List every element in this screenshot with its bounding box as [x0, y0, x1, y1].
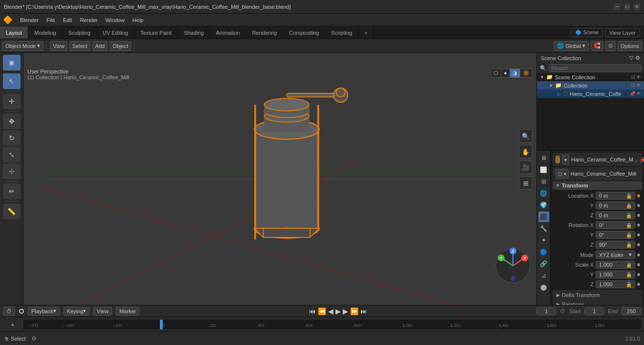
next-keyframe-btn[interactable]: ▶ [343, 307, 348, 315]
viewport[interactable]: User Perspective (1) Collection | Hario_… [23, 53, 536, 305]
select-menu[interactable]: Select [69, 41, 90, 51]
select-tool-btn[interactable]: ↖ [3, 73, 21, 89]
mode-selector[interactable]: Object Mode ▾ [2, 41, 44, 51]
rotation-y-value[interactable]: 0° 🔒 [596, 231, 635, 239]
output-props-icon[interactable]: ⬜ [538, 164, 549, 175]
proportional-btn[interactable]: ⊙ [605, 41, 616, 51]
tab-shading[interactable]: Shading [178, 26, 210, 39]
outliner-settings-btn[interactable]: ⚙ [635, 55, 640, 61]
outliner-filter-btn[interactable]: ▽ [629, 55, 633, 61]
view-menu[interactable]: View [50, 41, 67, 51]
timeline-ruler[interactable]: -70 -40 -20 0 20 40 60 80 100 120 [22, 320, 641, 329]
camera-view-btn[interactable]: 🎥 [519, 161, 533, 174]
hand-tool-btn[interactable]: ✋ [519, 145, 533, 159]
menu-file[interactable]: File [43, 16, 59, 24]
scale-tool-btn[interactable]: ⤡ [3, 147, 21, 162]
delta-transform-header[interactable]: ▶ Delta Transform [553, 290, 642, 299]
particles-props-icon[interactable]: ✦ [538, 235, 549, 246]
prev-frame-btn[interactable]: ⏪ [318, 307, 326, 315]
pin-icon[interactable]: 📌 [640, 157, 644, 163]
ortho-btn[interactable]: ⊞ [519, 176, 533, 190]
end-frame-display[interactable]: 250 [622, 307, 641, 315]
menu-window[interactable]: Window [102, 16, 128, 24]
next-frame-btn[interactable]: ⏩ [350, 307, 358, 315]
transform-section-header[interactable]: ▼ Transform [553, 181, 642, 190]
outliner-search-input[interactable] [549, 64, 641, 72]
modifier-props-icon[interactable]: 🔧 [538, 223, 549, 234]
solid-btn[interactable]: ● [501, 69, 510, 77]
outliner-row-collection[interactable]: ▼ 📁 Collection ☑ 👁 [537, 81, 644, 90]
view-layer-props-icon[interactable]: ⊞ [538, 176, 549, 187]
playback-menu[interactable]: Playback ▾ [28, 307, 60, 316]
cursor-tool-btn[interactable]: ✛ [3, 93, 21, 109]
timeline-expand-btn[interactable]: ▲ [3, 320, 22, 329]
scene-props-icon[interactable]: 🌐 [538, 188, 549, 199]
tab-modeling[interactable]: Modeling [28, 26, 63, 39]
move-tool-btn[interactable]: ✥ [3, 114, 21, 129]
scale-z-lock-icon[interactable]: 🔒 [626, 282, 632, 287]
marker-menu[interactable]: Marker [116, 307, 139, 316]
jump-end-btn[interactable]: ⏭ [360, 307, 367, 315]
location-y-lock-icon[interactable]: 🔒 [626, 203, 632, 208]
minimize-button[interactable]: ─ [614, 3, 621, 10]
view-menu-timeline[interactable]: View [93, 307, 112, 316]
snap-btn[interactable]: 🧲 [591, 41, 603, 51]
tab-texture-paint[interactable]: Texture Paint [134, 26, 178, 39]
transform-selector[interactable]: 🌐 Global ▾ [554, 41, 589, 51]
obj-vis-btn[interactable]: 👁 [636, 91, 641, 96]
location-z-lock-icon[interactable]: 🔒 [626, 213, 632, 218]
tab-animation[interactable]: Animation [210, 26, 246, 39]
measure-tool-btn[interactable]: 📏 [3, 204, 21, 219]
tab-scripting[interactable]: Scripting [325, 26, 358, 39]
relations-header[interactable]: ▶ Relations [553, 299, 642, 305]
location-x-lock-icon[interactable]: 🔒 [626, 193, 632, 199]
scale-z-value[interactable]: 1.000 🔒 [596, 280, 635, 288]
location-y-value[interactable]: 0 m 🔒 [596, 202, 635, 209]
scene-coll-exclude-btn[interactable]: ☑ [631, 74, 635, 80]
transform-tool-btn[interactable]: ⊹ [3, 163, 21, 179]
rotation-x-lock-icon[interactable]: 🔒 [626, 223, 632, 228]
view-3d-btn[interactable]: 🔍 [519, 129, 533, 143]
jump-start-btn[interactable]: ⏮ [309, 307, 316, 315]
start-frame-display[interactable]: 1 [584, 307, 604, 315]
menu-edit[interactable]: Edit [60, 16, 76, 24]
location-x-value[interactable]: 0 m 🔒 [596, 192, 635, 200]
close-button[interactable]: ✕ [633, 3, 640, 10]
rotation-z-lock-icon[interactable]: 🔒 [626, 242, 632, 248]
data-type-selector[interactable]: ⬡ ▾ [555, 169, 569, 179]
tab-add[interactable]: + [358, 26, 374, 39]
scene-coll-vis-btn[interactable]: 👁 [636, 74, 641, 80]
rotation-y-lock-icon[interactable]: 🔒 [626, 232, 632, 238]
rotate-tool-btn[interactable]: ↻ [3, 130, 21, 146]
tab-layout[interactable]: Layout [0, 26, 28, 39]
tab-compositing[interactable]: Compositing [283, 26, 325, 39]
options-btn[interactable]: Options [618, 41, 642, 51]
world-props-icon[interactable]: 🌍 [538, 200, 549, 210]
rotation-z-value[interactable]: 90° 🔒 [596, 241, 635, 249]
timeline-record-btn[interactable] [19, 309, 24, 314]
data-props-icon[interactable]: ⊿ [538, 270, 549, 281]
outliner-row-object[interactable]: ▷ ⬡ Hario_Ceramic_Coffe 📌 👁 [537, 90, 644, 98]
constraints-props-icon[interactable]: 🔗 [538, 258, 549, 269]
workspace-icon-btn[interactable]: ▣ [3, 55, 21, 70]
obj-pin-btn[interactable]: 📌 [629, 91, 635, 96]
location-z-value[interactable]: 0 m 🔒 [596, 211, 635, 219]
object-menu[interactable]: Object [110, 41, 131, 51]
tab-rendering[interactable]: Rendering [246, 26, 283, 39]
scale-y-value[interactable]: 1.000 🔒 [596, 271, 635, 278]
play-btn[interactable]: ▶ [335, 307, 341, 315]
maximize-button[interactable]: ▭ [623, 3, 630, 10]
coll-vis-btn[interactable]: 👁 [636, 83, 641, 88]
menu-blender[interactable]: Blender [17, 16, 42, 24]
object-props-icon[interactable]: ⬛ [538, 211, 549, 222]
view-layer-selector[interactable]: View Layer [605, 28, 640, 37]
keying-menu[interactable]: Keying ▾ [64, 307, 90, 316]
prev-keyframe-btn[interactable]: ◀ [328, 307, 333, 315]
menu-render[interactable]: Render [77, 16, 101, 24]
scale-y-lock-icon[interactable]: 🔒 [626, 272, 632, 277]
menu-help[interactable]: Help [129, 16, 147, 24]
tab-sculpting[interactable]: Sculpting [63, 26, 97, 39]
current-frame-display[interactable]: 1 [536, 307, 556, 315]
add-menu[interactable]: Add [92, 41, 108, 51]
timeline-icon-btn[interactable]: ⏱ [3, 307, 15, 316]
